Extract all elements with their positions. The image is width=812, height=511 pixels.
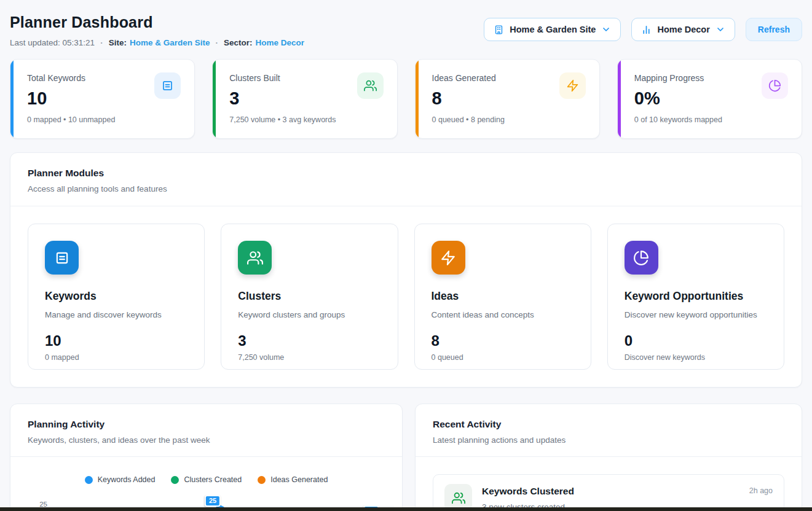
chevron-down-icon — [715, 25, 725, 34]
zap-icon — [432, 241, 465, 275]
page-title: Planner Dashboard — [10, 14, 304, 31]
bottom-window-edge — [0, 507, 812, 511]
recent-activity-title: Recent Activity — [433, 419, 784, 430]
legend-item-clusters-created[interactable]: Clusters Created — [171, 475, 242, 484]
module-value: 8 — [432, 332, 574, 349]
stat-caption: 7,250 volume • 3 avg keywords — [229, 115, 382, 124]
sector-label: Sector: — [224, 38, 253, 47]
users-icon — [357, 72, 384, 99]
module-card-clusters[interactable]: Clusters Keyword clusters and groups 3 7… — [221, 224, 398, 370]
planner-modules-title: Planner Modules — [28, 168, 784, 179]
module-value: 10 — [45, 332, 187, 349]
activity-item-title: Keywords Clustered — [482, 486, 739, 497]
stat-card-clusters-built: Clusters Built 3 7,250 volume • 3 avg ke… — [212, 59, 397, 139]
module-value: 0 — [625, 332, 767, 349]
users-icon — [238, 241, 272, 275]
module-caption: Discover new keywords — [625, 353, 767, 362]
planning-activity-body: Keywords Added Clusters Created Ideas Ge… — [10, 457, 402, 511]
planner-modules-subtitle: Access all planning tools and features — [28, 184, 784, 193]
recent-activity-subtitle: Latest planning actions and updates — [433, 435, 784, 445]
module-title: Clusters — [238, 290, 380, 303]
module-description: Keyword clusters and groups — [238, 310, 380, 319]
planner-modules-panel: Planner Modules Access all planning tool… — [10, 152, 802, 388]
pie-chart-icon — [762, 72, 788, 99]
chart-legend: Keywords Added Clusters Created Ideas Ge… — [28, 475, 385, 484]
activity-item-keywords-clustered: Keywords Clustered 3 new clusters create… — [433, 474, 784, 511]
refresh-button[interactable]: Refresh — [746, 18, 802, 41]
legend-dot-green — [171, 476, 179, 484]
stat-card-total-keywords: Total Keywords 10 0 mapped • 10 unmapped — [10, 59, 195, 139]
legend-dot-blue — [85, 476, 93, 484]
bottom-row: Planning Activity Keywords, clusters, an… — [10, 404, 802, 511]
header-actions: Home & Garden Site Home Decor Refresh — [484, 18, 802, 41]
recent-activity-body: Keywords Clustered 3 new clusters create… — [416, 457, 802, 511]
module-value: 3 — [238, 332, 380, 349]
module-caption: 0 mapped — [45, 353, 187, 362]
module-description: Discover new keyword opportunities — [625, 310, 767, 319]
module-card-keywords[interactable]: Keywords Manage and discover keywords 10… — [28, 224, 205, 370]
module-title: Keywords — [45, 290, 187, 303]
site-link[interactable]: Home & Garden Site — [130, 38, 210, 47]
recent-activity-header: Recent Activity Latest planning actions … — [416, 404, 802, 456]
module-card-keyword-opportunities[interactable]: Keyword Opportunities Discover new keywo… — [607, 224, 784, 370]
meta-separator: · — [215, 38, 218, 47]
meta-separator: · — [100, 38, 103, 47]
planner-modules-header: Planner Modules Access all planning tool… — [10, 153, 802, 206]
stat-card-ideas-generated: Ideas Generated 8 0 queued • 8 pending — [415, 59, 600, 139]
document-icon — [45, 241, 79, 275]
chart-point-label-25: 25 — [205, 495, 221, 507]
site-selector-dropdown[interactable]: Home & Garden Site — [484, 18, 621, 41]
legend-label: Clusters Created — [184, 475, 242, 484]
zap-icon — [559, 72, 586, 99]
module-card-ideas[interactable]: Ideas Content ideas and concepts 8 0 que… — [414, 224, 591, 370]
sector-link[interactable]: Home Decor — [255, 38, 304, 47]
site-selector-label: Home & Garden Site — [510, 25, 596, 34]
pie-chart-icon — [625, 241, 658, 275]
chevron-down-icon — [601, 25, 611, 34]
legend-item-keywords-added[interactable]: Keywords Added — [85, 475, 156, 484]
planning-activity-card: Planning Activity Keywords, clusters, an… — [10, 404, 403, 511]
page-header: Planner Dashboard Last updated: 05:31:21… — [10, 0, 802, 47]
module-caption: 0 queued — [432, 353, 574, 362]
module-description: Content ideas and concepts — [432, 310, 574, 319]
building-icon — [494, 25, 504, 35]
sector-selector-label: Home Decor — [657, 25, 709, 34]
recent-activity-card: Recent Activity Latest planning actions … — [415, 404, 802, 511]
legend-label: Keywords Added — [98, 475, 156, 484]
document-icon — [154, 72, 181, 99]
stat-caption: 0 queued • 8 pending — [432, 115, 585, 124]
module-title: Ideas — [432, 290, 574, 303]
planner-dashboard-page: Planner Dashboard Last updated: 05:31:21… — [0, 0, 812, 511]
modules-grid: Keywords Manage and discover keywords 10… — [10, 206, 802, 387]
site-label: Site: — [109, 38, 127, 47]
module-description: Manage and discover keywords — [45, 310, 187, 319]
stat-caption: 0 mapped • 10 unmapped — [27, 115, 179, 124]
page-meta: Last updated: 05:31:21 · Site: Home & Ga… — [10, 38, 304, 47]
planning-activity-header: Planning Activity Keywords, clusters, an… — [10, 404, 402, 456]
legend-dot-orange — [258, 476, 266, 484]
sector-selector-dropdown[interactable]: Home Decor — [631, 18, 735, 41]
legend-item-ideas-generated[interactable]: Ideas Generated — [258, 475, 328, 484]
stat-card-mapping-progress: Mapping Progress 0% 0 of 10 keywords map… — [617, 59, 802, 139]
page-header-left: Planner Dashboard Last updated: 05:31:21… — [10, 14, 304, 47]
module-title: Keyword Opportunities — [625, 290, 767, 303]
planning-activity-title: Planning Activity — [28, 419, 385, 430]
stats-row: Total Keywords 10 0 mapped • 10 unmapped… — [10, 59, 802, 139]
last-updated: Last updated: 05:31:21 — [10, 38, 95, 47]
planning-activity-subtitle: Keywords, clusters, and ideas over the p… — [28, 435, 385, 445]
legend-label: Ideas Generated — [270, 475, 328, 484]
stat-caption: 0 of 10 keywords mapped — [634, 115, 787, 124]
module-caption: 7,250 volume — [238, 353, 380, 362]
bar-chart-icon — [641, 25, 652, 35]
